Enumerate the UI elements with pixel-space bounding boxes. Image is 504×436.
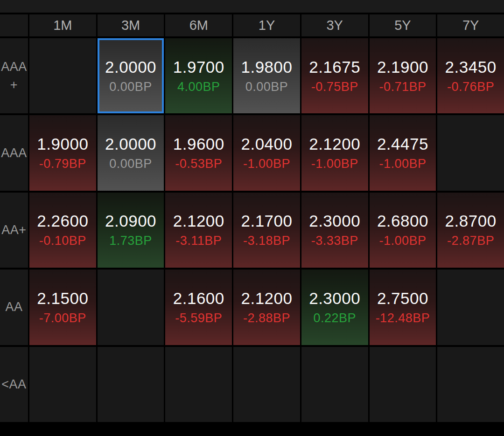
tenor-header-6M: 6M	[165, 14, 232, 36]
rating-label-AA+: AA+	[0, 193, 28, 268]
rating-label-AAA+: AAA+	[0, 38, 28, 113]
tenor-header-7Y: 7Y	[437, 14, 504, 36]
rate-cell-AAA+-1M[interactable]	[29, 38, 96, 113]
rate-value: 2.1700	[241, 212, 292, 230]
rate-cell-AA+-3M[interactable]: 2.09001.73BP	[98, 193, 164, 268]
rate-value: 2.1675	[309, 58, 360, 76]
rate-cell-AA+-6M[interactable]: 2.1200-3.11BP	[165, 193, 232, 268]
rate-value: 2.0000	[105, 58, 156, 76]
rate-value: 2.0400	[241, 135, 292, 153]
rate-cell-AA+-1Y[interactable]: 2.1700-3.18BP	[233, 193, 300, 268]
rate-cell-<AA-6M[interactable]	[165, 347, 232, 422]
bp-change-value: -3.18BP	[243, 234, 290, 248]
bp-change-value: -5.59BP	[175, 311, 222, 325]
bp-change-value: 0.00BP	[109, 157, 152, 171]
bp-change-value: -12.48BP	[376, 311, 430, 325]
bp-change-value: -2.88BP	[243, 311, 290, 325]
rate-value: 2.3450	[445, 58, 497, 76]
tenor-header-label: 7Y	[462, 18, 479, 33]
rate-cell-AA+-3Y[interactable]: 2.3000-3.33BP	[301, 193, 368, 268]
rating-label-line: AAA	[1, 144, 27, 162]
tenor-header-label: 3Y	[326, 18, 343, 33]
rate-cell-AAA-1M[interactable]: 1.9000-0.79BP	[29, 115, 96, 190]
rate-cell-<AA-1M[interactable]	[29, 347, 96, 422]
tenor-header-1M: 1M	[29, 14, 96, 36]
rate-value: 2.3000	[309, 212, 360, 230]
rate-cell-<AA-1Y[interactable]	[233, 347, 300, 422]
rating-label-line: AA+	[1, 221, 26, 239]
tenor-header-5Y: 5Y	[370, 14, 436, 36]
bp-change-value: -1.00BP	[379, 234, 426, 248]
top-bar	[0, 0, 504, 13]
rate-cell-<AA-3M[interactable]	[98, 347, 164, 422]
tenor-header-label: 3M	[121, 18, 140, 33]
rates-table: 1M3M6M1Y3Y5Y7YAAA+2.00000.00BP1.97004.00…	[0, 14, 504, 422]
bp-change-value: -0.75BP	[311, 80, 358, 94]
rating-label-AA: AA	[0, 270, 28, 345]
rate-value: 1.9000	[37, 135, 88, 153]
rate-cell-AA-1Y[interactable]: 2.1200-2.88BP	[233, 270, 300, 345]
rate-cell-AAA+-6M[interactable]: 1.97004.00BP	[165, 38, 232, 113]
tenor-header-label: 6M	[189, 18, 208, 33]
bp-change-value: -0.79BP	[39, 157, 86, 171]
rate-value: 2.0000	[105, 135, 156, 153]
rate-cell-AAA-1Y[interactable]: 2.0400-1.00BP	[233, 115, 300, 190]
rate-cell-AAA-3M[interactable]: 2.00000.00BP	[98, 115, 164, 190]
rating-label-<AA: <AA	[0, 347, 28, 422]
rate-cell-<AA-7Y[interactable]	[437, 347, 504, 422]
rate-cell-AAA+-1Y[interactable]: 1.98000.00BP	[233, 38, 300, 113]
rate-cell-AAA+-7Y[interactable]: 2.3450-0.76BP	[437, 38, 504, 113]
rate-value: 2.1200	[309, 135, 360, 153]
bp-change-value: -7.00BP	[39, 311, 86, 325]
rate-cell-<AA-3Y[interactable]	[301, 347, 368, 422]
rate-cell-AAA+-3Y[interactable]: 2.1675-0.75BP	[301, 38, 368, 113]
rate-cell-AA-3Y[interactable]: 2.30000.22BP	[301, 270, 368, 345]
rate-value: 2.7500	[377, 289, 428, 308]
rate-value: 2.1200	[241, 289, 292, 308]
rate-cell-AAA+-3M[interactable]: 2.00000.00BP	[98, 38, 164, 113]
rate-value: 1.9600	[173, 135, 224, 153]
rate-cell-AA-6M[interactable]: 2.1600-5.59BP	[165, 270, 232, 345]
bp-change-value: -1.00BP	[311, 157, 358, 171]
rate-cell-AA+-1M[interactable]: 2.2600-0.10BP	[29, 193, 96, 268]
tenor-header-label: 5Y	[394, 18, 411, 33]
rate-cell-<AA-5Y[interactable]	[370, 347, 436, 422]
rate-cell-AA-3M[interactable]	[98, 270, 164, 345]
bp-change-value: -0.53BP	[175, 157, 222, 171]
rate-value: 2.0900	[105, 212, 156, 230]
bp-change-value: 4.00BP	[177, 80, 220, 94]
rate-value: 2.1600	[173, 289, 224, 308]
bottom-bar	[0, 422, 504, 436]
rate-value: 2.2600	[37, 212, 88, 230]
rate-cell-AAA-3Y[interactable]: 2.1200-1.00BP	[301, 115, 368, 190]
rate-value: 1.9700	[173, 58, 224, 76]
corner-cell	[0, 14, 28, 36]
tenor-header-label: 1Y	[259, 18, 275, 33]
rate-cell-AAA-6M[interactable]: 1.9600-0.53BP	[165, 115, 232, 190]
rate-value: 2.1900	[377, 58, 428, 76]
rate-cell-AA+-7Y[interactable]: 2.8700-2.87BP	[437, 193, 504, 268]
rate-cell-AA-1M[interactable]: 2.1500-7.00BP	[29, 270, 96, 345]
bp-change-value: -3.33BP	[311, 234, 358, 248]
rate-value: 1.9800	[241, 58, 292, 76]
rate-value: 2.1200	[173, 212, 224, 230]
rate-cell-AA+-5Y[interactable]: 2.6800-1.00BP	[370, 193, 436, 268]
rate-cell-AAA+-5Y[interactable]: 2.1900-0.71BP	[370, 38, 436, 113]
rating-label-line: AAA	[1, 58, 27, 76]
rating-label-line: <AA	[1, 375, 26, 394]
rating-label-AAA: AAA	[0, 115, 28, 190]
rate-cell-AA-7Y[interactable]	[437, 270, 504, 345]
rate-cell-AAA-5Y[interactable]: 2.4475-1.00BP	[370, 115, 436, 190]
tenor-header-3M: 3M	[98, 14, 164, 36]
bp-change-value: -0.10BP	[39, 234, 86, 248]
rate-cell-AA-5Y[interactable]: 2.7500-12.48BP	[370, 270, 436, 345]
rate-value: 2.1500	[37, 289, 88, 308]
tenor-header-3Y: 3Y	[301, 14, 368, 36]
rate-cell-AAA-7Y[interactable]	[437, 115, 504, 190]
bp-change-value: -0.71BP	[379, 80, 426, 94]
rate-value: 2.8700	[445, 212, 497, 230]
bp-change-value: 0.00BP	[245, 80, 288, 94]
bp-change-value: -2.87BP	[447, 234, 494, 248]
tenor-header-label: 1M	[53, 18, 72, 33]
bp-change-value: 0.22BP	[313, 311, 356, 325]
